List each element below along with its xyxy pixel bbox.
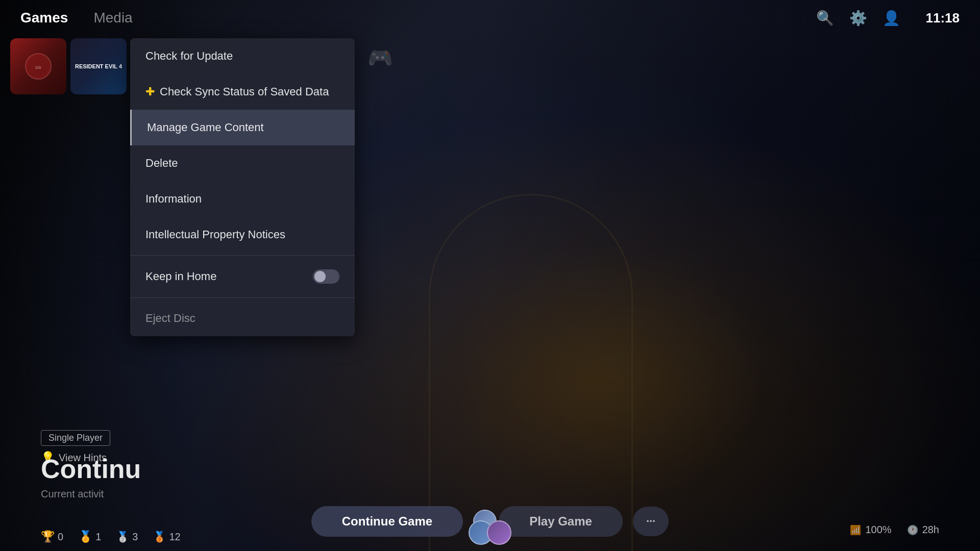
tab-media[interactable]: Media	[93, 7, 132, 29]
keep-home-toggle[interactable]	[313, 269, 339, 284]
menu-item-ip-notices[interactable]: Intellectual Property Notices	[130, 217, 355, 253]
menu-item-eject[interactable]: Eject Disc	[130, 300, 355, 336]
top-navigation: Games Media 🔍 ⚙️ 👤 11:18	[0, 0, 980, 36]
tab-games[interactable]: Games	[20, 7, 68, 29]
menu-label-ip-notices: Intellectual Property Notices	[145, 228, 285, 241]
menu-item-keep-home[interactable]: Keep in Home	[130, 258, 355, 295]
context-menu: Check for Update ✚ Check Sync Status of …	[130, 38, 355, 336]
game-title: Continu	[41, 454, 939, 484]
gold-count: 1	[95, 531, 101, 543]
menu-label-check-update: Check for Update	[145, 49, 233, 63]
svg-text:DS: DS	[35, 65, 41, 70]
menu-label-sync-saved: Check Sync Status of Saved Data	[160, 85, 329, 98]
trophy-bronze: 🥉 12	[153, 531, 180, 543]
status-area: 📶 100% 🕐 28h	[850, 524, 939, 536]
toggle-knob	[314, 271, 326, 282]
menu-item-delete[interactable]: Delete	[130, 145, 355, 181]
menu-label-keep-home: Keep in Home	[145, 270, 216, 283]
re4-label: RESIDENT EVIL 4	[75, 63, 122, 69]
bronze-icon: 🥉	[153, 531, 166, 543]
play-game-button[interactable]: Play Game	[499, 506, 623, 537]
play-time: 28h	[922, 524, 939, 536]
bronze-count: 12	[169, 531, 180, 543]
time-display: 11:18	[926, 10, 960, 26]
menu-item-manage-content[interactable]: Manage Game Content	[130, 110, 355, 145]
trophy-silver: 🥈 3	[116, 531, 138, 543]
single-player-badge: Single Player	[41, 430, 110, 446]
platinum-count: 0	[58, 531, 63, 543]
trophy-platinum: 🏆 0	[41, 530, 63, 543]
more-options-button[interactable]: ···	[633, 507, 669, 536]
playtime-status: 🕐 28h	[907, 524, 939, 536]
menu-item-information[interactable]: Information	[130, 181, 355, 217]
clock-icon: 🕐	[907, 524, 918, 536]
menu-label-eject: Eject Disc	[145, 312, 195, 325]
menu-separator	[130, 255, 355, 256]
menu-separator-2	[130, 297, 355, 298]
gold-icon: 🏅	[79, 530, 92, 543]
trophy-gold: 🏅 1	[79, 530, 101, 543]
avatar-area	[469, 520, 511, 545]
controller-area: 🎮	[368, 46, 393, 70]
menu-label-information: Information	[145, 192, 202, 206]
signal-status: 📶 100%	[850, 524, 891, 536]
menu-label-delete: Delete	[145, 157, 178, 170]
controller-icon: 🎮	[368, 46, 393, 69]
search-icon[interactable]: 🔍	[816, 10, 834, 27]
menu-label-manage-content: Manage Game Content	[147, 121, 264, 134]
game-thumb-re4[interactable]: RESIDENT EVIL 4	[70, 38, 127, 94]
games-row: DS RESIDENT EVIL 4	[10, 38, 127, 94]
silver-count: 3	[132, 531, 138, 543]
trophy-area: 🏆 0 🏅 1 🥈 3 🥉 12	[41, 530, 181, 543]
game-thumb-darksiders[interactable]: DS	[10, 38, 66, 94]
settings-icon[interactable]: ⚙️	[849, 10, 867, 27]
game-subtitle: Current activit	[41, 488, 939, 500]
bottom-area: Single Player Continu Current activit	[41, 430, 939, 500]
silver-icon: 🥈	[116, 531, 129, 543]
continue-game-button[interactable]: Continue Game	[311, 506, 463, 537]
nav-icons: 🔍 ⚙️ 👤 11:18	[816, 10, 960, 27]
ps-plus-icon: ✚	[145, 85, 155, 98]
nav-tabs: Games Media	[20, 7, 816, 29]
avatar-secondary	[487, 520, 511, 545]
menu-item-check-update[interactable]: Check for Update	[130, 38, 355, 74]
signal-icon: 📶	[850, 524, 861, 536]
menu-item-sync-saved[interactable]: ✚ Check Sync Status of Saved Data	[130, 74, 355, 110]
platinum-icon: 🏆	[41, 530, 55, 543]
signal-percent: 100%	[865, 524, 891, 536]
user-icon[interactable]: 👤	[883, 10, 900, 27]
